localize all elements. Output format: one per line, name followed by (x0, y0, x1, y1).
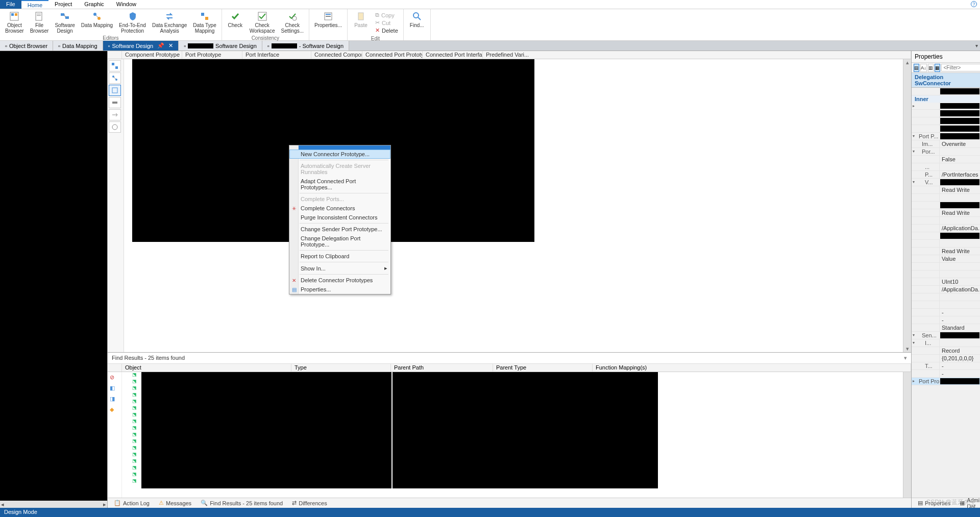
close-icon[interactable]: ✕ (168, 42, 173, 49)
left-scrollbar-horizontal[interactable]: ◂▸ (0, 501, 107, 508)
object-browser-button[interactable]: Object Browser (2, 10, 27, 35)
center-scrollbar-vertical[interactable]: ▴▾ (903, 59, 911, 352)
prop-value[interactable]: Read Write (940, 186, 980, 193)
paste-button[interactable]: Paste (350, 10, 372, 29)
menu-window[interactable]: Window (110, 0, 142, 9)
menu-graphic[interactable]: Graphic (78, 0, 110, 9)
prop-tb-sort[interactable]: A↓ (920, 64, 927, 72)
prop-value[interactable]: - (940, 370, 980, 377)
tool-btn-4[interactable] (109, 97, 121, 108)
tool-btn-5[interactable] (109, 109, 121, 120)
tabs-chevron-icon[interactable]: ▾ (975, 43, 978, 48)
expand-icon[interactable]: ▸ (913, 379, 915, 383)
find-col-object[interactable]: Object (122, 364, 291, 372)
tab-messages[interactable]: ⚠Messages (155, 499, 195, 507)
prop-value[interactable]: /PortInterfaces (940, 171, 980, 178)
properties-filter-input[interactable] (941, 64, 980, 71)
prop-value[interactable] (940, 301, 980, 308)
find-button[interactable]: Find... (406, 10, 428, 29)
expand-icon[interactable]: ▾ (913, 340, 915, 345)
prop-value[interactable]: /ApplicationDa... (940, 225, 980, 232)
prop-tb-4[interactable]: ▦ (935, 64, 940, 72)
scroll-left-icon[interactable]: ◂ (1, 501, 4, 508)
filter-icon-2[interactable]: ◧ (110, 385, 119, 391)
col-port-interface[interactable]: Port Interface (242, 51, 311, 59)
prop-value[interactable]: UInt10 (940, 278, 980, 285)
prop-value[interactable]: - (940, 316, 980, 324)
menu-file[interactable]: File (0, 0, 21, 9)
ctx-change-sender-port[interactable]: Change Sender Port Prototype... (289, 225, 390, 234)
find-col-parent-path[interactable]: Parent Path (391, 364, 493, 372)
properties-grid[interactable]: Inner ▸ ▾Port P... Im...Overwrite ▾Por..… (912, 88, 980, 498)
data-exchange-button[interactable]: Data Exchange Analysis (149, 10, 190, 35)
col-connected-component[interactable]: Connected Component Pro... (311, 51, 362, 59)
copy-button[interactable]: ⧉Copy (374, 11, 399, 19)
pin-icon[interactable]: 📌 (157, 42, 164, 49)
find-rows-area[interactable]: ⬔⬔⬔⬔⬔⬔⬔⬔⬔⬔⬔⬔⬔⬔⬔⬔⬔ (122, 372, 903, 498)
scroll-right-icon[interactable]: ▸ (103, 501, 106, 508)
ctx-purge-connectors[interactable]: Purge Inconsistent Connectors (289, 213, 390, 222)
check-workspace-button[interactable]: Check Workspace (247, 10, 278, 35)
tool-btn-1[interactable] (109, 60, 121, 71)
tab-software-design-2[interactable]: ▫Software Design (179, 41, 262, 51)
prop-value[interactable]: False (940, 156, 980, 163)
prop-value[interactable]: Record (940, 347, 980, 354)
tool-btn-6[interactable] (109, 121, 121, 133)
col-component-prototype[interactable]: Component Prototype (122, 51, 182, 59)
find-scrollbar-vertical[interactable] (903, 372, 911, 498)
prop-value[interactable]: Overwrite (940, 140, 980, 147)
tab-software-design-3[interactable]: ▫- Software Design (262, 41, 349, 51)
file-browser-button[interactable]: File Browser (27, 10, 52, 35)
cut-button[interactable]: ✂Cut (374, 19, 399, 27)
properties-button[interactable]: Properties... (311, 10, 345, 29)
design-canvas[interactable] (124, 59, 903, 352)
data-type-mapping-button[interactable]: Data Type Mapping (190, 10, 219, 35)
data-mapping-button[interactable]: Data Mapping (78, 10, 116, 29)
find-col-parent-type[interactable]: Parent Type (493, 364, 593, 372)
prop-tb-categorized[interactable]: ▤ (914, 64, 919, 72)
col-connected-port-prototype[interactable]: Connected Port Prototype (362, 51, 423, 59)
prop-value[interactable]: - (940, 309, 980, 316)
tab-object-browser[interactable]: ▫Object Browser (0, 41, 53, 51)
filter-icon-1[interactable]: ⊘ (110, 374, 119, 381)
prop-value[interactable]: {0,201,0,0,0} (940, 355, 980, 362)
tab-action-log[interactable]: 📋Action Log (110, 499, 154, 507)
find-col-fn-mapping[interactable]: Function Mapping(s) (593, 364, 911, 372)
ctx-properties[interactable]: ▤Properties... (289, 285, 390, 294)
ctx-new-connector-prototype[interactable]: New Connector Prototype... (289, 150, 390, 159)
prop-value[interactable]: Standard (940, 324, 980, 331)
expand-icon[interactable]: ▾ (913, 180, 915, 184)
prop-value[interactable]: - (940, 362, 980, 370)
prop-value[interactable] (940, 263, 980, 270)
prop-value[interactable]: Read Write (940, 209, 980, 216)
delete-button[interactable]: ✕Delete (374, 27, 399, 34)
menu-home[interactable]: Home (21, 0, 48, 9)
ctx-delete-connector-prototypes[interactable]: ✕Delete Connector Prototypes (289, 276, 390, 285)
find-col-type[interactable]: Type (291, 364, 391, 372)
filter-icon-4[interactable]: ◆ (110, 406, 119, 413)
prop-value[interactable] (940, 270, 980, 278)
end-to-end-button[interactable]: End-To-End Protection (116, 10, 149, 35)
find-panel-chevron-icon[interactable]: ▾ (904, 355, 907, 361)
prop-value[interactable] (940, 163, 980, 170)
prop-value[interactable]: Value (940, 255, 980, 262)
prop-value[interactable] (940, 194, 980, 201)
software-design-button[interactable]: Software Design (52, 10, 78, 35)
tool-btn-2[interactable] (109, 72, 121, 84)
check-settings-button[interactable]: Check Settings... (278, 10, 307, 35)
expand-icon[interactable]: ▾ (913, 134, 915, 138)
filter-icon-3[interactable]: ◨ (110, 396, 119, 402)
expand-icon[interactable]: ▾ (913, 149, 915, 154)
prop-value[interactable] (940, 240, 980, 247)
col-connected-port-interface[interactable]: Connected Port Interface (423, 51, 483, 59)
prop-value[interactable] (940, 217, 980, 224)
tab-software-design-active[interactable]: ▫Software Design📌✕ (103, 41, 179, 51)
prop-value[interactable] (940, 293, 980, 301)
menu-project[interactable]: Project (48, 0, 78, 9)
col-port-prototype[interactable]: Port Prototype (182, 51, 242, 59)
prop-tb-3[interactable]: ▥ (928, 64, 934, 72)
prop-value[interactable]: Read Write (940, 248, 980, 255)
prop-value[interactable]: /ApplicationDa... (940, 286, 980, 293)
tool-btn-3[interactable] (109, 85, 121, 96)
expand-icon[interactable]: ▸ (913, 104, 915, 108)
